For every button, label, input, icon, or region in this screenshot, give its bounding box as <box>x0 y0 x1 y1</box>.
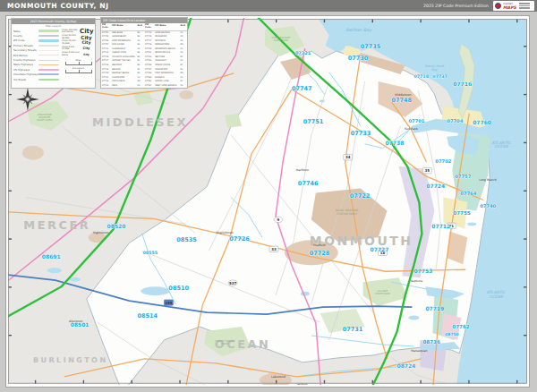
county-name-label: BURLINGTON <box>33 356 108 364</box>
zip-code-label: 07718 <box>413 74 429 79</box>
legend-line-swatch <box>38 30 59 32</box>
brand-logo-icon <box>495 3 501 9</box>
zip-code-label: 07733 <box>351 130 371 137</box>
brand-tagline-bars <box>519 3 530 8</box>
zip-code-label: 08724 <box>397 362 416 369</box>
scale-bars: MilesKilometers <box>62 59 95 73</box>
zip-code-label: 08514 <box>138 312 158 320</box>
zip-code-label: 07712 <box>431 223 450 229</box>
zip-code-label: 08510 <box>168 285 189 292</box>
zip-code-label: 08736 <box>422 339 440 345</box>
zip-code-label: 08691 <box>42 253 61 260</box>
svg-text:33: 33 <box>271 247 277 251</box>
zip-code-label: 07755 <box>453 210 471 216</box>
brand-name-main: MAPS <box>503 6 516 9</box>
zip-table-column-header: ZIP Name <box>154 23 179 30</box>
park-area-label: ASSUNPINKWILDLIFEMGMT AREA <box>37 113 52 122</box>
zip-code-label: 07737 <box>432 74 448 79</box>
zip-code-label: 07762 <box>452 324 470 329</box>
edition-label: 2023 ZIP Code Premium Edition <box>423 4 489 8</box>
zip-code-label: 08520 <box>107 223 126 229</box>
legend-item: Toll Roads <box>13 77 62 81</box>
zip-code-label: 07753 <box>413 268 432 274</box>
county-name-label: MIDDLESEX <box>92 115 188 129</box>
city-name-label: Neptune <box>411 279 423 283</box>
zip-code-label: 07760 <box>473 119 491 125</box>
city-name-label: Hightstown <box>93 231 109 234</box>
svg-text:35: 35 <box>425 168 430 173</box>
park-area-label: CHEESEQUAKESTATE PARK <box>272 36 291 42</box>
zip-code-label: 07730 <box>348 55 369 62</box>
city-name-label: Long Branch <box>479 178 497 182</box>
page: { "header": { "title": "MONMOUTH COUNTY,… <box>0 0 537 392</box>
park-area-label: NAVAL WEAPONSSTATION EARLE <box>336 209 359 215</box>
zip-code-label: 07701 <box>408 118 424 124</box>
scale-bar: Miles <box>62 59 95 65</box>
legend-line-swatch <box>38 50 59 51</box>
highway-shield: 35 <box>422 167 431 173</box>
zip-table-column-header: ZIP Name <box>111 23 136 30</box>
zip-code-label: 07757 <box>455 174 471 179</box>
legend-city-size: Cities 5,000 and belowCity <box>62 52 95 57</box>
zip-code-label: 07702 <box>435 158 451 164</box>
zip-code-label: 07726 <box>229 235 250 243</box>
legend-city-sizes: Cities 100,000 and aboveCityCities 50,00… <box>62 28 95 81</box>
city-name-label: Marlboro <box>296 168 309 172</box>
city-name-label: Freehold <box>313 243 326 247</box>
zip-code-label: 07704 <box>447 118 463 124</box>
zip-code-label: 07740 <box>480 203 496 209</box>
svg-text:34: 34 <box>345 155 351 159</box>
zip-code-label: 07727 <box>371 246 389 252</box>
legend-line-swatch <box>38 79 59 81</box>
zip-code-label: 07721 <box>295 50 311 55</box>
zip-code-label: 07746 <box>298 180 319 187</box>
zip-table-column-header: Grid <box>179 23 187 30</box>
legend-line-swatch <box>38 39 59 42</box>
legend-line-swatch <box>38 60 59 61</box>
zip-code-label: 07716 <box>453 81 472 87</box>
city-name-label: Englishtown <box>217 231 234 234</box>
svg-text:195: 195 <box>165 301 173 305</box>
zip-code-label: 08501 <box>71 321 90 328</box>
city-name-label: Red Bank <box>405 127 418 131</box>
zip-index-table: ZIP Code Index/Grid Locator ZIP CodeZIP … <box>100 17 188 89</box>
zip-code-label: 07724 <box>426 183 445 189</box>
svg-text:537: 537 <box>229 281 237 285</box>
legend-line-swatch <box>38 35 59 37</box>
highway-shield: 33 <box>269 246 278 251</box>
county-name-label: MERCER <box>23 218 90 232</box>
zip-code-label: 07731 <box>343 326 363 333</box>
zip-code-label: 07738 <box>386 140 405 146</box>
title-bar: MONMOUTH COUNTY, NJ 2023 ZIP Code Premiu… <box>0 0 537 12</box>
zip-code-label: 07719 <box>425 305 444 311</box>
zip-code-label: 07748 <box>392 97 413 104</box>
water-body-label: Raritan Bay <box>345 27 372 33</box>
zip-code-label: 07735 <box>361 43 381 50</box>
legend-line-swatch <box>38 45 59 47</box>
legend-symbol-list: StateCountyZIP CodePrimary StreetsSecond… <box>12 28 62 81</box>
zip-code-label: 07751 <box>303 118 324 125</box>
city-name-label: Lakewood <box>271 375 286 379</box>
zip-table-column-header: ZIP Code <box>144 23 154 30</box>
legend-line-swatch <box>38 64 59 66</box>
map-legend: 2023 Monmouth County, NJ Map Map Legend … <box>11 18 96 89</box>
legend-line-swatch <box>38 55 59 55</box>
zip-code-label: 08535 <box>176 236 197 243</box>
city-name-label: Manasquan <box>411 349 427 353</box>
highway-shield: 537 <box>228 280 237 285</box>
zip-table-column-header: Grid <box>136 23 144 30</box>
zip-code-label: 07747 <box>292 85 312 92</box>
map-panel[interactable]: MIDDLESEXMERCERMONMOUTHOCEANBURLINGTON A… <box>5 15 530 388</box>
highway-shield: 195 <box>164 300 173 305</box>
highway-shield: 9 <box>274 217 283 222</box>
highway-shield: 34 <box>344 154 353 159</box>
map-title: MONMOUTH COUNTY, NJ <box>7 2 109 10</box>
zip-table-row: 07724EATONTOWNE307765WICKATUNKC2 <box>101 88 187 89</box>
zip-code-label: 07728 <box>310 250 330 257</box>
scale-bar: Kilometers <box>62 67 95 73</box>
svg-text:9: 9 <box>277 217 280 222</box>
zip-code-label: 08750 <box>445 332 458 337</box>
zip-code-label: 07722 <box>350 193 371 200</box>
zip-table-column-header: ZIP Code <box>101 23 111 30</box>
legend-line-swatch <box>38 73 59 75</box>
